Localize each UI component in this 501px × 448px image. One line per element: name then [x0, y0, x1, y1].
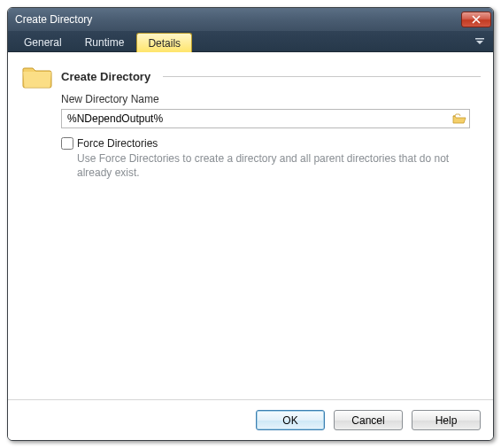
- svg-rect-0: [475, 38, 484, 40]
- force-directories-row: Force Directories: [61, 137, 481, 150]
- new-directory-row: [61, 109, 470, 128]
- dialog-window: Create Directory General Runtime Details…: [7, 7, 494, 441]
- section-divider: [163, 76, 481, 77]
- tab-details[interactable]: Details: [136, 33, 192, 52]
- force-directories-label: Force Directories: [77, 137, 158, 150]
- tab-general[interactable]: General: [13, 33, 73, 51]
- section-header: Create Directory: [20, 61, 481, 91]
- browse-button[interactable]: [451, 112, 467, 126]
- close-button[interactable]: [461, 12, 491, 27]
- section-title: Create Directory: [61, 70, 150, 83]
- form-block: New Directory Name Force Directories Use…: [61, 93, 481, 180]
- ok-button[interactable]: OK: [256, 410, 325, 430]
- help-button[interactable]: Help: [412, 410, 481, 430]
- folder-icon: [20, 61, 54, 91]
- tab-runtime[interactable]: Runtime: [74, 33, 135, 51]
- tabstrip: General Runtime Details: [8, 31, 493, 52]
- chevron-down-icon: [474, 36, 485, 47]
- dialog-footer: OK Cancel Help: [8, 399, 493, 440]
- close-icon: [472, 15, 481, 24]
- folder-open-icon: [452, 112, 466, 125]
- force-directories-description: Use Force Directories to create a direct…: [77, 151, 466, 180]
- new-directory-label: New Directory Name: [61, 93, 481, 105]
- cancel-button[interactable]: Cancel: [334, 410, 403, 430]
- window-title: Create Directory: [15, 13, 461, 26]
- force-directories-checkbox[interactable]: [61, 137, 73, 150]
- tabstrip-overflow-button[interactable]: [472, 35, 488, 49]
- titlebar: Create Directory: [8, 8, 493, 31]
- content-area: Create Directory New Directory Name Forc…: [8, 52, 493, 399]
- new-directory-input[interactable]: [66, 112, 451, 126]
